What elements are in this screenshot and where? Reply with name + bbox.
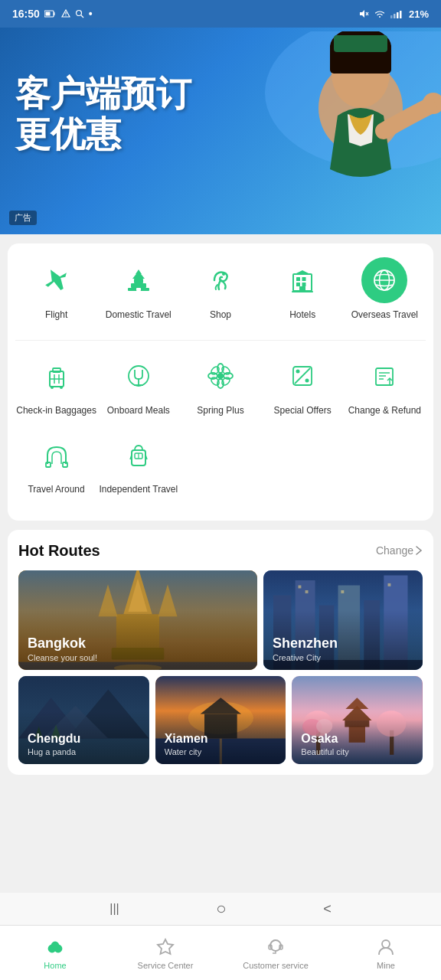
chengdu-overlay: Chengdu Hug a panda [18,676,149,764]
bangkok-city: Bangkok [28,635,248,652]
svg-point-58 [296,369,300,373]
svg-rect-32 [302,283,306,286]
mine-nav-label: Mine [377,961,395,970]
home-nav-icon [44,936,66,958]
globe-icon [371,266,398,294]
chengdu-card[interactable]: Chengdu Hug a panda [18,676,149,764]
svg-rect-12 [394,14,396,18]
flight-icon-circle [34,257,80,303]
hot-routes-title: Hot Routes [18,542,100,560]
svg-line-7 [81,15,83,18]
overseas-travel-item[interactable]: Overseas Travel [344,257,426,322]
main-content: Flight Domestic Travel [0,243,441,884]
svg-point-27 [222,273,225,276]
home-nav-label: Home [44,961,66,970]
change-refund-item[interactable]: Change & Refund [344,353,426,417]
home-button[interactable]: ○ [216,899,226,919]
backpack-icon [122,438,155,472]
domestic-label: Domestic Travel [106,309,172,322]
hotel-icon-circle [279,257,325,303]
icon-row-3: Travel Around Independent Travel [15,432,426,511]
checkin-baggage-item[interactable]: Check-in Baggages [15,353,97,417]
independent-travel-item[interactable]: Independent Travel [97,432,179,496]
hotel-icon [286,263,319,297]
shop-label: Shop [210,309,231,322]
arch-icon [40,438,74,472]
service-center-nav-icon [155,936,176,958]
svg-rect-24 [131,283,146,288]
svg-point-5 [65,15,66,16]
customer-service-nav-label: Customer service [243,961,309,970]
svg-rect-2 [54,12,55,15]
svg-rect-30 [302,277,306,281]
routes-bottom-row: Chengdu Hug a panda [18,676,423,764]
svg-point-59 [305,378,309,382]
shenzhen-subtitle: Creative City [273,653,413,662]
svg-point-48 [217,373,224,379]
svg-rect-1 [45,12,50,16]
svg-rect-26 [136,288,141,291]
banner-text: 客户端预订 更优惠 [15,74,191,155]
nav-home[interactable]: Home [0,926,110,980]
bottom-navigation: Home Service Center Customer service Min… [0,925,441,980]
svg-point-6 [76,11,81,16]
status-time: 16:50 • [12,8,93,20]
domestic-travel-item[interactable]: Domestic Travel [97,257,179,322]
svg-rect-14 [400,11,402,18]
nav-mine[interactable]: Mine [331,926,441,980]
mute-icon [358,9,369,18]
mine-nav-icon [375,936,397,958]
svg-marker-8 [360,10,364,18]
chevron-right-icon [415,545,423,556]
svg-rect-25 [134,279,143,283]
plane-icon [40,263,74,297]
special-offers-label: Special Offers [274,405,332,417]
svg-point-123 [52,942,59,949]
back-button[interactable]: < [323,901,332,917]
routes-top-row: Bangkok Cleanse your soul! [18,570,423,670]
banner[interactable]: 客户端预订 更优惠 [0,28,441,234]
osaka-overlay: Osaka Beautiful city [292,676,423,764]
meals-icon [122,359,155,393]
svg-rect-34 [292,291,313,292]
change-refund-label: Change & Refund [348,405,421,417]
bangkok-card[interactable]: Bangkok Cleanse your soul! [18,570,257,670]
icon-row-2: Check-in Baggages Onboard Meals [15,353,426,433]
icon-row-1: Flight Domestic Travel [15,257,426,337]
shenzhen-overlay: Shenzhen Creative City [263,570,423,670]
flight-item[interactable]: Flight [15,257,97,322]
nav-service-center[interactable]: Service Center [110,926,220,980]
shop-item[interactable]: Shop [179,257,261,322]
special-offers-item[interactable]: Special Offers [262,353,344,417]
recent-apps-button[interactable]: ||| [109,902,119,916]
onboard-meals-item[interactable]: Onboard Meals [97,353,179,417]
xiamen-overlay: Xiamen Water city [155,676,286,764]
banner-figure [227,31,441,234]
flower-icon [204,359,237,393]
customer-service-nav-icon [265,936,286,958]
percent-icon-circle [279,353,325,399]
luggage-icon [40,359,74,393]
hotels-label: Hotels [289,309,315,322]
osaka-card[interactable]: Osaka Beautiful city [292,676,423,764]
hot-routes-section: Hot Routes Change [8,530,433,775]
travel-around-item[interactable]: Travel Around [15,432,97,496]
spring-plus-item[interactable]: Spring Plus [179,353,261,417]
svg-rect-31 [296,283,300,286]
change-button[interactable]: Change [376,544,423,557]
percent-icon [286,359,319,393]
svg-rect-33 [299,286,305,291]
ad-badge: 广告 [9,211,37,225]
shenzhen-card[interactable]: Shenzhen Creative City [263,570,423,670]
backpack-icon-circle [116,432,162,478]
notification-icon [44,9,57,18]
chengdu-city: Chengdu [28,732,140,746]
meals-icon-circle [116,353,162,399]
chengdu-subtitle: Hug a panda [28,747,140,756]
bangkok-subtitle: Cleanse your soul! [28,653,248,662]
hotels-item[interactable]: Hotels [262,257,344,322]
shenzhen-city: Shenzhen [273,635,413,652]
svg-rect-13 [397,12,399,18]
nav-customer-service[interactable]: Customer service [220,926,331,980]
xiamen-card[interactable]: Xiamen Water city [155,676,286,764]
